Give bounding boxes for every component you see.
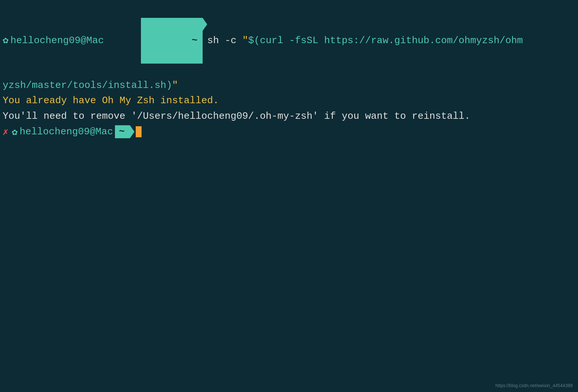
gear-icon: ✿ xyxy=(3,33,8,48)
reinstall-message: You'll need to remove '/Users/hellocheng… xyxy=(3,108,470,124)
prompt-tilde-2: ~ xyxy=(119,126,125,137)
command-text-1: sh -c "$(curl -fsSL https://raw.github.c… xyxy=(207,33,523,48)
command-line-1-wrap: yzsh/master/tools/install.sh)" xyxy=(3,78,575,93)
gear-icon-2: ✿ xyxy=(12,126,18,138)
prompt-line-2: ✗ ✿ hellocheng09@Mac ~ xyxy=(3,125,575,138)
output-line-yellow: You already have Oh My Zsh installed. xyxy=(3,93,575,108)
prompt-arrow: ~ xyxy=(141,18,203,64)
prompt-username-2: hellocheng09@Mac xyxy=(19,126,113,137)
command-line-1: ✿ hellocheng09@Mac ~ sh -c "$(curl -fsSL… xyxy=(3,3,575,78)
exit-code-icon: ✗ xyxy=(3,126,8,138)
prompt-arrow-2: ~ xyxy=(115,125,130,138)
prompt-username: hellocheng09@Mac xyxy=(10,33,104,48)
prompt-tilde-1: ~ xyxy=(192,35,197,46)
watermark: https://blog.csdn.net/weixin_44544388 xyxy=(496,383,573,388)
terminal-cursor[interactable] xyxy=(136,126,142,137)
terminal-window: ✿ hellocheng09@Mac ~ sh -c "$(curl -fsSL… xyxy=(0,0,578,392)
output-line-white: You'll need to remove '/Users/hellocheng… xyxy=(3,108,575,124)
command-text-1-cont: yzsh/master/tools/install.sh)" xyxy=(3,78,178,93)
already-installed-message: You already have Oh My Zsh installed. xyxy=(3,93,219,108)
